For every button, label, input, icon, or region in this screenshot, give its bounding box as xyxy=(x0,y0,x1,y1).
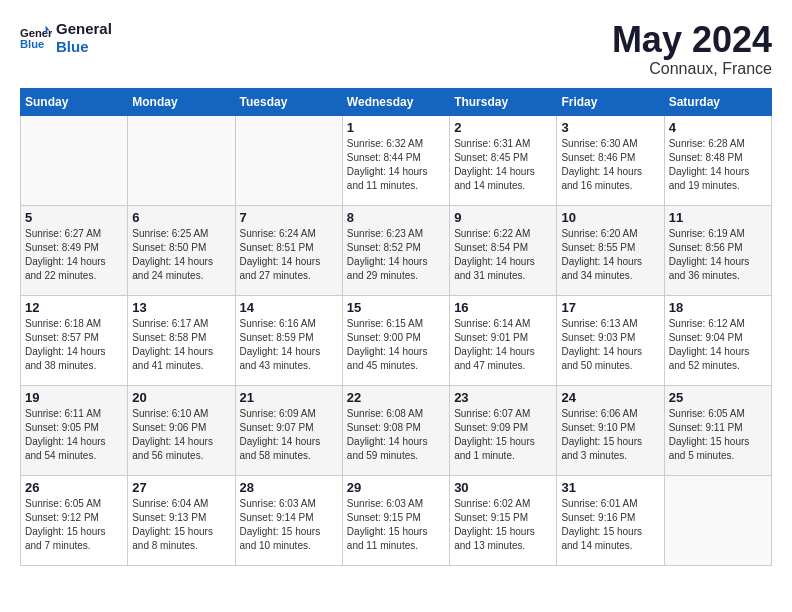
page-header: General Blue General Blue May 2024 Conna… xyxy=(20,20,772,78)
calendar-cell: 26Sunrise: 6:05 AMSunset: 9:12 PMDayligh… xyxy=(21,475,128,565)
calendar-cell: 5Sunrise: 6:27 AMSunset: 8:49 PMDaylight… xyxy=(21,205,128,295)
day-info: Sunrise: 6:32 AMSunset: 8:44 PMDaylight:… xyxy=(347,137,445,193)
weekday-header-sunday: Sunday xyxy=(21,88,128,115)
calendar-cell: 23Sunrise: 6:07 AMSunset: 9:09 PMDayligh… xyxy=(450,385,557,475)
day-number: 29 xyxy=(347,480,445,495)
day-info: Sunrise: 6:18 AMSunset: 8:57 PMDaylight:… xyxy=(25,317,123,373)
day-info: Sunrise: 6:25 AMSunset: 8:50 PMDaylight:… xyxy=(132,227,230,283)
day-number: 20 xyxy=(132,390,230,405)
day-info: Sunrise: 6:15 AMSunset: 9:00 PMDaylight:… xyxy=(347,317,445,373)
day-info: Sunrise: 6:24 AMSunset: 8:51 PMDaylight:… xyxy=(240,227,338,283)
day-number: 18 xyxy=(669,300,767,315)
day-info: Sunrise: 6:06 AMSunset: 9:10 PMDaylight:… xyxy=(561,407,659,463)
month-title: May 2024 xyxy=(612,20,772,60)
day-number: 12 xyxy=(25,300,123,315)
day-number: 30 xyxy=(454,480,552,495)
logo-general: General xyxy=(56,20,112,38)
calendar-cell: 4Sunrise: 6:28 AMSunset: 8:48 PMDaylight… xyxy=(664,115,771,205)
day-number: 10 xyxy=(561,210,659,225)
day-info: Sunrise: 6:02 AMSunset: 9:15 PMDaylight:… xyxy=(454,497,552,553)
calendar-cell: 3Sunrise: 6:30 AMSunset: 8:46 PMDaylight… xyxy=(557,115,664,205)
day-number: 1 xyxy=(347,120,445,135)
calendar-cell xyxy=(664,475,771,565)
day-info: Sunrise: 6:01 AMSunset: 9:16 PMDaylight:… xyxy=(561,497,659,553)
svg-text:Blue: Blue xyxy=(20,38,44,50)
logo-icon: General Blue xyxy=(20,24,52,52)
day-number: 8 xyxy=(347,210,445,225)
day-info: Sunrise: 6:10 AMSunset: 9:06 PMDaylight:… xyxy=(132,407,230,463)
calendar-cell xyxy=(21,115,128,205)
calendar-cell: 30Sunrise: 6:02 AMSunset: 9:15 PMDayligh… xyxy=(450,475,557,565)
calendar-cell: 25Sunrise: 6:05 AMSunset: 9:11 PMDayligh… xyxy=(664,385,771,475)
calendar-cell: 9Sunrise: 6:22 AMSunset: 8:54 PMDaylight… xyxy=(450,205,557,295)
day-info: Sunrise: 6:28 AMSunset: 8:48 PMDaylight:… xyxy=(669,137,767,193)
calendar-cell: 7Sunrise: 6:24 AMSunset: 8:51 PMDaylight… xyxy=(235,205,342,295)
day-number: 21 xyxy=(240,390,338,405)
day-number: 3 xyxy=(561,120,659,135)
calendar-cell: 13Sunrise: 6:17 AMSunset: 8:58 PMDayligh… xyxy=(128,295,235,385)
calendar-cell: 1Sunrise: 6:32 AMSunset: 8:44 PMDaylight… xyxy=(342,115,449,205)
title-block: May 2024 Connaux, France xyxy=(612,20,772,78)
calendar-cell: 31Sunrise: 6:01 AMSunset: 9:16 PMDayligh… xyxy=(557,475,664,565)
day-number: 22 xyxy=(347,390,445,405)
day-info: Sunrise: 6:19 AMSunset: 8:56 PMDaylight:… xyxy=(669,227,767,283)
day-number: 24 xyxy=(561,390,659,405)
weekday-header-tuesday: Tuesday xyxy=(235,88,342,115)
calendar-cell: 15Sunrise: 6:15 AMSunset: 9:00 PMDayligh… xyxy=(342,295,449,385)
day-number: 19 xyxy=(25,390,123,405)
calendar-table: SundayMondayTuesdayWednesdayThursdayFrid… xyxy=(20,88,772,566)
day-info: Sunrise: 6:22 AMSunset: 8:54 PMDaylight:… xyxy=(454,227,552,283)
day-info: Sunrise: 6:20 AMSunset: 8:55 PMDaylight:… xyxy=(561,227,659,283)
weekday-header-wednesday: Wednesday xyxy=(342,88,449,115)
calendar-cell: 11Sunrise: 6:19 AMSunset: 8:56 PMDayligh… xyxy=(664,205,771,295)
day-info: Sunrise: 6:14 AMSunset: 9:01 PMDaylight:… xyxy=(454,317,552,373)
calendar-cell: 8Sunrise: 6:23 AMSunset: 8:52 PMDaylight… xyxy=(342,205,449,295)
calendar-cell: 10Sunrise: 6:20 AMSunset: 8:55 PMDayligh… xyxy=(557,205,664,295)
day-number: 2 xyxy=(454,120,552,135)
weekday-header-thursday: Thursday xyxy=(450,88,557,115)
day-info: Sunrise: 6:12 AMSunset: 9:04 PMDaylight:… xyxy=(669,317,767,373)
calendar-cell: 28Sunrise: 6:03 AMSunset: 9:14 PMDayligh… xyxy=(235,475,342,565)
day-info: Sunrise: 6:27 AMSunset: 8:49 PMDaylight:… xyxy=(25,227,123,283)
day-number: 17 xyxy=(561,300,659,315)
day-number: 26 xyxy=(25,480,123,495)
day-info: Sunrise: 6:23 AMSunset: 8:52 PMDaylight:… xyxy=(347,227,445,283)
calendar-cell: 18Sunrise: 6:12 AMSunset: 9:04 PMDayligh… xyxy=(664,295,771,385)
day-info: Sunrise: 6:11 AMSunset: 9:05 PMDaylight:… xyxy=(25,407,123,463)
day-number: 27 xyxy=(132,480,230,495)
day-info: Sunrise: 6:05 AMSunset: 9:11 PMDaylight:… xyxy=(669,407,767,463)
calendar-cell: 27Sunrise: 6:04 AMSunset: 9:13 PMDayligh… xyxy=(128,475,235,565)
calendar-cell: 6Sunrise: 6:25 AMSunset: 8:50 PMDaylight… xyxy=(128,205,235,295)
day-number: 6 xyxy=(132,210,230,225)
day-info: Sunrise: 6:03 AMSunset: 9:14 PMDaylight:… xyxy=(240,497,338,553)
location: Connaux, France xyxy=(612,60,772,78)
day-number: 11 xyxy=(669,210,767,225)
logo: General Blue General Blue xyxy=(20,20,112,56)
day-number: 31 xyxy=(561,480,659,495)
weekday-header-friday: Friday xyxy=(557,88,664,115)
day-number: 14 xyxy=(240,300,338,315)
day-info: Sunrise: 6:05 AMSunset: 9:12 PMDaylight:… xyxy=(25,497,123,553)
day-info: Sunrise: 6:13 AMSunset: 9:03 PMDaylight:… xyxy=(561,317,659,373)
day-info: Sunrise: 6:17 AMSunset: 8:58 PMDaylight:… xyxy=(132,317,230,373)
day-info: Sunrise: 6:03 AMSunset: 9:15 PMDaylight:… xyxy=(347,497,445,553)
calendar-cell xyxy=(128,115,235,205)
weekday-header-saturday: Saturday xyxy=(664,88,771,115)
calendar-cell: 17Sunrise: 6:13 AMSunset: 9:03 PMDayligh… xyxy=(557,295,664,385)
day-info: Sunrise: 6:09 AMSunset: 9:07 PMDaylight:… xyxy=(240,407,338,463)
weekday-header-monday: Monday xyxy=(128,88,235,115)
day-info: Sunrise: 6:30 AMSunset: 8:46 PMDaylight:… xyxy=(561,137,659,193)
day-info: Sunrise: 6:07 AMSunset: 9:09 PMDaylight:… xyxy=(454,407,552,463)
day-info: Sunrise: 6:31 AMSunset: 8:45 PMDaylight:… xyxy=(454,137,552,193)
day-number: 5 xyxy=(25,210,123,225)
day-info: Sunrise: 6:16 AMSunset: 8:59 PMDaylight:… xyxy=(240,317,338,373)
calendar-cell: 14Sunrise: 6:16 AMSunset: 8:59 PMDayligh… xyxy=(235,295,342,385)
calendar-cell: 12Sunrise: 6:18 AMSunset: 8:57 PMDayligh… xyxy=(21,295,128,385)
day-number: 23 xyxy=(454,390,552,405)
calendar-cell: 20Sunrise: 6:10 AMSunset: 9:06 PMDayligh… xyxy=(128,385,235,475)
calendar-cell: 22Sunrise: 6:08 AMSunset: 9:08 PMDayligh… xyxy=(342,385,449,475)
calendar-cell xyxy=(235,115,342,205)
day-number: 7 xyxy=(240,210,338,225)
calendar-cell: 24Sunrise: 6:06 AMSunset: 9:10 PMDayligh… xyxy=(557,385,664,475)
calendar-cell: 16Sunrise: 6:14 AMSunset: 9:01 PMDayligh… xyxy=(450,295,557,385)
